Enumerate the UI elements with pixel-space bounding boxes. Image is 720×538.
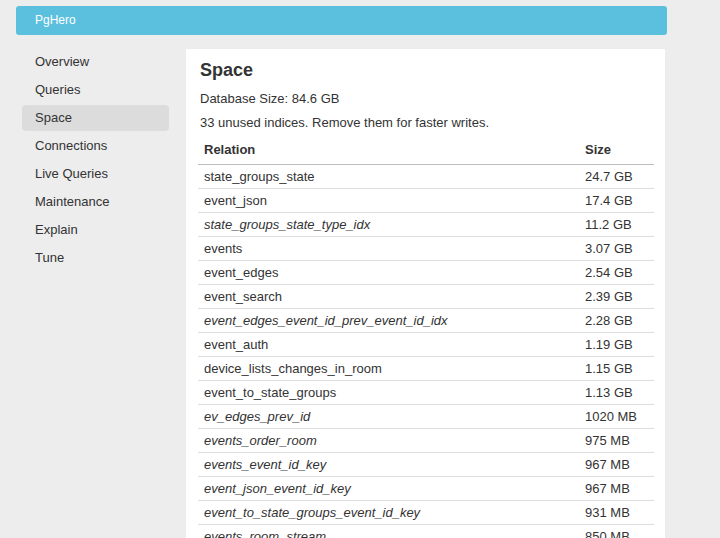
relation-column-header: Relation xyxy=(198,137,579,165)
table-row: event_json_event_id_key 967 MB xyxy=(198,477,654,501)
size-cell: 850 MB xyxy=(579,525,654,538)
relation-cell: event_auth xyxy=(198,333,579,357)
relation-cell: event_json_event_id_key xyxy=(198,477,579,501)
size-cell: 967 MB xyxy=(579,477,654,501)
table-row: event_auth 1.19 GB xyxy=(198,333,654,357)
sidebar-item-live-queries[interactable]: Live Queries xyxy=(22,161,169,187)
size-cell: 975 MB xyxy=(579,429,654,453)
sidebar-item-label: Live Queries xyxy=(35,166,108,181)
sidebar-item-label: Explain xyxy=(35,222,78,237)
relation-cell: state_groups_state xyxy=(198,165,579,189)
relation-cell: event_to_state_groups_event_id_key xyxy=(198,501,579,525)
sidebar-item-label: Maintenance xyxy=(35,194,109,209)
sidebar-item-label: Overview xyxy=(35,54,89,69)
sidebar-item-connections[interactable]: Connections xyxy=(22,133,169,159)
size-cell: 3.07 GB xyxy=(579,237,654,261)
table-row: device_lists_changes_in_room 1.15 GB xyxy=(198,357,654,381)
space-table: Relation Size state_groups_state 24.7 GB… xyxy=(198,137,654,538)
table-row: state_groups_state 24.7 GB xyxy=(198,165,654,189)
size-cell: 11.2 GB xyxy=(579,213,654,237)
table-row: events_order_room 975 MB xyxy=(198,429,654,453)
size-cell: 967 MB xyxy=(579,453,654,477)
database-size-text: Database Size: 84.6 GB xyxy=(200,91,654,106)
relation-cell: events xyxy=(198,237,579,261)
brand-link[interactable]: PgHero xyxy=(16,6,95,35)
size-cell: 2.54 GB xyxy=(579,261,654,285)
page-title: Space xyxy=(200,62,654,79)
sidebar-item-maintenance[interactable]: Maintenance xyxy=(22,189,169,215)
table-row: events_room_stream 850 MB xyxy=(198,525,654,538)
relation-cell: event_search xyxy=(198,285,579,309)
sidebar-item-overview[interactable]: Overview xyxy=(22,49,169,75)
size-cell: 17.4 GB xyxy=(579,189,654,213)
size-column-header: Size xyxy=(579,137,654,165)
sidebar-item-label: Tune xyxy=(35,250,64,265)
table-row: ev_edges_prev_id 1020 MB xyxy=(198,405,654,429)
table-row: state_groups_state_type_idx 11.2 GB xyxy=(198,213,654,237)
table-row: event_to_state_groups_event_id_key 931 M… xyxy=(198,501,654,525)
size-cell: 1.19 GB xyxy=(579,333,654,357)
table-row: events 3.07 GB xyxy=(198,237,654,261)
relation-cell: ev_edges_prev_id xyxy=(198,405,579,429)
sidebar-item-label: Space xyxy=(35,110,72,125)
table-row: event_to_state_groups 1.13 GB xyxy=(198,381,654,405)
table-row: event_edges_event_id_prev_event_id_idx 2… xyxy=(198,309,654,333)
table-row: event_json 17.4 GB xyxy=(198,189,654,213)
sidebar-item-label: Queries xyxy=(35,82,81,97)
table-row: event_search 2.39 GB xyxy=(198,285,654,309)
relation-cell: event_edges xyxy=(198,261,579,285)
size-cell: 1020 MB xyxy=(579,405,654,429)
unused-indices-notice: 33 unused indices. Remove them for faste… xyxy=(200,115,654,130)
space-table-body: state_groups_state 24.7 GB event_json 17… xyxy=(198,165,654,538)
size-cell: 2.39 GB xyxy=(579,285,654,309)
relation-cell: event_json xyxy=(198,189,579,213)
size-cell: 24.7 GB xyxy=(579,165,654,189)
size-cell: 1.15 GB xyxy=(579,357,654,381)
sidebar-item-queries[interactable]: Queries xyxy=(22,77,169,103)
table-header-row: Relation Size xyxy=(198,137,654,165)
table-row: events_event_id_key 967 MB xyxy=(198,453,654,477)
relation-cell: events_order_room xyxy=(198,429,579,453)
relation-cell: events_event_id_key xyxy=(198,453,579,477)
relation-cell: event_edges_event_id_prev_event_id_idx xyxy=(198,309,579,333)
sidebar-item-tune[interactable]: Tune xyxy=(22,245,169,271)
table-row: event_edges 2.54 GB xyxy=(198,261,654,285)
relation-cell: state_groups_state_type_idx xyxy=(198,213,579,237)
relation-cell: device_lists_changes_in_room xyxy=(198,357,579,381)
size-cell: 931 MB xyxy=(579,501,654,525)
sidebar-item-label: Connections xyxy=(35,138,107,153)
size-cell: 2.28 GB xyxy=(579,309,654,333)
sidebar-item-explain[interactable]: Explain xyxy=(22,217,169,243)
sidebar-item-space[interactable]: Space xyxy=(22,105,169,131)
pghero-page: PgHero OverviewQueriesSpaceConnectionsLi… xyxy=(0,0,720,538)
main-panel: Space Database Size: 84.6 GB 33 unused i… xyxy=(186,49,665,538)
top-nav-bar: PgHero xyxy=(16,6,667,35)
relation-cell: event_to_state_groups xyxy=(198,381,579,405)
relation-cell: events_room_stream xyxy=(198,525,579,538)
sidebar-nav: OverviewQueriesSpaceConnectionsLive Quer… xyxy=(22,49,169,273)
size-cell: 1.13 GB xyxy=(579,381,654,405)
